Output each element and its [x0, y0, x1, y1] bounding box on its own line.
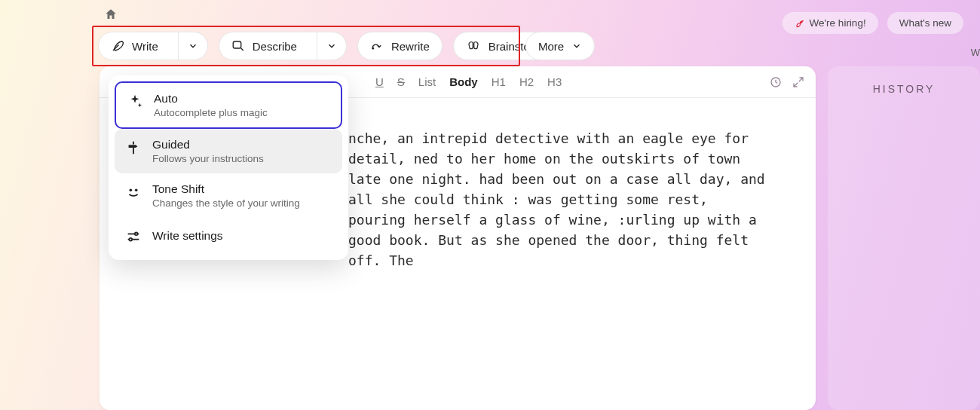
tone-icon: [125, 184, 142, 200]
tone-sub: Changes the style of your writing: [152, 197, 300, 209]
chevron-down-icon: [571, 41, 582, 51]
action-toolbar: Write Describe Rewrite Brai: [98, 32, 556, 60]
hiring-pill[interactable]: We're hiring!: [782, 12, 878, 34]
auto-sub: Autocomplete plus magic: [154, 107, 268, 118]
guided-sub: Follows your instructions: [152, 153, 264, 164]
auto-title: Auto: [154, 92, 268, 106]
format-list[interactable]: List: [418, 75, 436, 88]
signpost-icon: [125, 139, 142, 156]
history-icon[interactable]: [769, 75, 782, 89]
svg-point-6: [135, 233, 138, 236]
write-label: Write: [132, 40, 158, 53]
svg-point-4: [130, 188, 133, 191]
format-h3[interactable]: H3: [547, 75, 562, 88]
guided-title: Guided: [152, 138, 264, 151]
whatsnew-pill[interactable]: What's new: [887, 12, 963, 34]
svg-point-2: [372, 47, 374, 49]
format-underline[interactable]: U: [375, 75, 384, 88]
more-label: More: [538, 40, 564, 53]
history-panel: HISTORY: [828, 66, 980, 410]
format-strike[interactable]: S: [397, 75, 405, 88]
whatsnew-label: What's new: [899, 17, 951, 29]
chevron-down-icon: [326, 41, 337, 51]
chevron-down-icon: [188, 41, 198, 51]
more-button[interactable]: More: [525, 32, 595, 60]
dropdown-item-tone[interactable]: Tone Shift Changes the style of your wri…: [115, 173, 342, 218]
home-icon[interactable]: [104, 8, 118, 21]
rewrite-label: Rewrite: [391, 40, 430, 53]
settings-title: Write settings: [152, 229, 223, 243]
rocket-icon: [795, 18, 805, 29]
tone-title: Tone Shift: [152, 182, 300, 196]
describe-icon: [231, 39, 245, 53]
describe-button[interactable]: Describe: [219, 32, 347, 60]
brainstorm-icon: [466, 39, 481, 53]
dropdown-item-guided[interactable]: Guided Follows your instructions: [115, 129, 342, 173]
cropped-text: W: [971, 47, 980, 58]
rewrite-button[interactable]: Rewrite: [357, 32, 443, 60]
svg-point-7: [130, 238, 133, 241]
format-h1[interactable]: H1: [492, 75, 506, 88]
expand-icon[interactable]: [792, 75, 805, 89]
svg-point-5: [135, 188, 138, 191]
format-body[interactable]: Body: [449, 75, 478, 88]
feather-icon: [111, 39, 124, 53]
sliders-icon: [125, 228, 142, 245]
write-mode-dropdown: Auto Autocomplete plus magic Guided Foll…: [109, 75, 348, 260]
rewrite-icon: [370, 39, 384, 53]
dropdown-item-settings[interactable]: Write settings: [115, 218, 342, 254]
write-button[interactable]: Write: [98, 32, 208, 60]
svg-rect-1: [233, 41, 241, 48]
write-dropdown-toggle[interactable]: [178, 32, 207, 60]
sparkle-icon: [127, 93, 143, 110]
history-label: HISTORY: [828, 83, 980, 95]
format-h2[interactable]: H2: [519, 75, 534, 88]
svg-point-0: [800, 22, 801, 23]
hiring-label: We're hiring!: [810, 17, 866, 29]
describe-label: Describe: [253, 40, 297, 53]
top-pills: We're hiring! What's new: [782, 12, 963, 34]
dropdown-item-auto[interactable]: Auto Autocomplete plus magic: [115, 81, 342, 129]
describe-dropdown-toggle[interactable]: [317, 32, 346, 60]
